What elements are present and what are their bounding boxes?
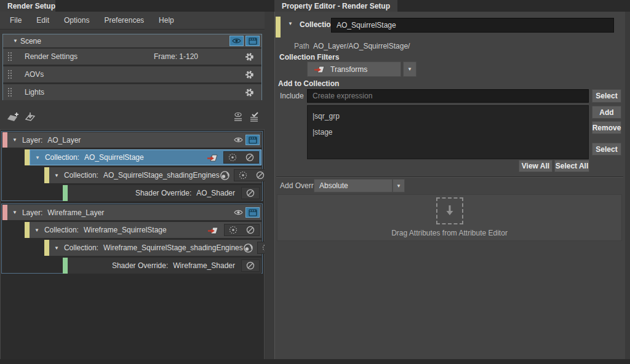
layer-visibility-toggle[interactable] [231, 209, 245, 216]
collapse-arrow-icon[interactable] [54, 173, 59, 178]
layer-renderable-toggle[interactable] [245, 135, 260, 145]
filter-type-dropdown[interactable]: Transforms [307, 61, 401, 77]
transforms-filter-badge [205, 153, 220, 162]
collection-color-strip [25, 222, 30, 238]
collection-row[interactable]: Collection: AO_SquirrelStage_shadingEngi… [2, 167, 262, 183]
layer-group-wireframe: Layer: Wireframe_Layer Collection: W [1, 204, 263, 274]
remove-button[interactable]: Remove [592, 121, 621, 134]
collapse-arrow-icon[interactable] [54, 245, 59, 251]
attribute-drop-target[interactable] [436, 197, 463, 224]
transform-filter-icon [207, 153, 218, 162]
collapse-arrow-icon[interactable] [12, 210, 17, 215]
create-render-layer-button[interactable] [5, 109, 21, 125]
collection-isolate-toggle[interactable] [225, 152, 240, 162]
override-mode-dropdown[interactable]: Absolute [314, 179, 393, 192]
menu-edit[interactable]: Edit [29, 12, 57, 29]
aovs-gear-button[interactable] [245, 70, 254, 79]
menu-help[interactable]: Help [151, 12, 181, 29]
drag-handle-icon[interactable] [7, 69, 12, 79]
layer-row[interactable]: Layer: Wireframe_Layer [2, 205, 262, 220]
menu-file[interactable]: File [2, 12, 29, 29]
collection-disable-toggle[interactable] [242, 152, 257, 162]
collection-name-field[interactable] [331, 18, 614, 33]
include-expression-input[interactable] [307, 89, 589, 103]
scene-header-row[interactable]: Scene [3, 34, 261, 47]
list-item[interactable]: |sqr_grp [308, 108, 588, 124]
property-editor-panel: Collection: Path AO_Layer/AO_SquirrelSta… [274, 12, 625, 359]
collection-prefix: Collection: [44, 226, 79, 234]
lights-gear-button[interactable] [245, 88, 254, 97]
layer-visibility-toggle[interactable] [231, 136, 245, 143]
collapse-arrow-icon[interactable] [12, 137, 17, 143]
path-value: AO_Layer/AO_SquirrelStage/ [313, 42, 410, 50]
scene-row-render-settings[interactable]: Render Settings Frame: 1-120 [3, 49, 261, 65]
menu-options[interactable]: Options [57, 12, 97, 29]
frame-range-text: Frame: 1-120 [154, 52, 198, 61]
render-settings-gear-button[interactable] [245, 52, 254, 61]
layer-row[interactable]: Layer: AO_Layer [2, 132, 262, 148]
scene-row-label: Render Settings [25, 52, 78, 61]
layer-name: AO_Layer [47, 136, 81, 144]
shader-override-row[interactable]: Shader Override: AO_Shader [2, 185, 262, 201]
collection-expand-arrow-icon[interactable] [288, 21, 293, 26]
collection-color-strip [44, 240, 49, 256]
collection-row-selected[interactable]: Collection: AO_SquirrelStage [2, 149, 262, 165]
transform-filter-icon [207, 226, 218, 235]
override-disable-toggle[interactable] [243, 261, 258, 271]
scene-visibility-toggle[interactable] [229, 36, 244, 46]
clapperboard-icon [249, 38, 257, 45]
scene-row-lights[interactable]: Lights [3, 84, 261, 100]
drag-handle-icon[interactable] [7, 87, 12, 97]
shader-ball-icon [220, 170, 230, 181]
layer-renderable-toggle[interactable] [245, 207, 260, 218]
view-all-button[interactable]: View All [519, 160, 552, 172]
disable-slash-icon [245, 188, 255, 198]
add-button[interactable]: Add [592, 106, 621, 119]
collection-disable-toggle[interactable] [243, 225, 258, 235]
menu-preferences[interactable]: Preferences [97, 12, 151, 29]
visibility-filter-button[interactable] [230, 109, 246, 125]
collection-row[interactable]: Collection: Wireframe_SquirrelStage_shad… [2, 240, 262, 256]
scene-row-label: AOVs [25, 70, 44, 79]
collapse-arrow-icon[interactable] [34, 228, 39, 233]
collection-isolate-toggle[interactable] [226, 225, 241, 235]
layer-group-ao: Layer: AO_Layer Collection: AO_Squir [1, 131, 263, 201]
include-select-button[interactable]: Select [592, 89, 621, 103]
checklist-filter-button[interactable] [246, 109, 262, 125]
drag-handle-icon[interactable] [7, 52, 12, 61]
list-select-button[interactable]: Select [592, 143, 621, 156]
collection-members-list[interactable]: |sqr_grp |stage [307, 105, 589, 159]
transform-filter-icon [314, 65, 325, 74]
override-prefix: Shader Override: [112, 261, 168, 270]
drop-arrow-icon [444, 205, 455, 217]
shader-ball-icon [243, 243, 253, 253]
collection-name: Wireframe_SquirrelStage [84, 226, 167, 234]
window-bottom-edge [0, 359, 630, 364]
layer-color-strip [2, 205, 7, 220]
select-all-button[interactable]: Select All [554, 160, 589, 172]
disable-slash-icon [245, 261, 255, 271]
collection-name: Wireframe_SquirrelStage_shadingEngines [103, 243, 243, 252]
import-render-settings-button[interactable] [22, 109, 38, 125]
include-label: Include [280, 92, 304, 100]
collection-isolate-toggle[interactable] [236, 170, 250, 180]
filter-dropdown-arrow-button[interactable] [403, 61, 417, 77]
scene-renderable-toggle[interactable] [245, 36, 260, 46]
shader-override-row[interactable]: Shader Override: Wireframe_Shader [2, 258, 262, 274]
tab-property-editor[interactable]: Property Editor - Render Setup [274, 0, 397, 12]
eye-icon [234, 136, 243, 143]
collection-row[interactable]: Collection: Wireframe_SquirrelStage [2, 222, 262, 238]
override-name: Wireframe_Shader [173, 261, 235, 270]
collection-name: AO_SquirrelStage [84, 153, 144, 162]
tab-render-setup[interactable]: Render Setup [0, 0, 55, 12]
scene-row-label: Lights [25, 88, 44, 97]
layer-color-strip [2, 132, 7, 148]
override-disable-toggle[interactable] [243, 188, 258, 198]
scene-expand-arrow-icon[interactable] [13, 38, 18, 44]
list-item[interactable]: |stage [308, 124, 588, 140]
collapse-arrow-icon[interactable] [35, 155, 40, 160]
scene-row-aovs[interactable]: AOVs [3, 66, 261, 82]
panel-divider[interactable] [265, 12, 274, 359]
add-to-collection-heading: Add to Collection [278, 79, 339, 88]
override-dropdown-arrow-button[interactable] [393, 179, 405, 192]
